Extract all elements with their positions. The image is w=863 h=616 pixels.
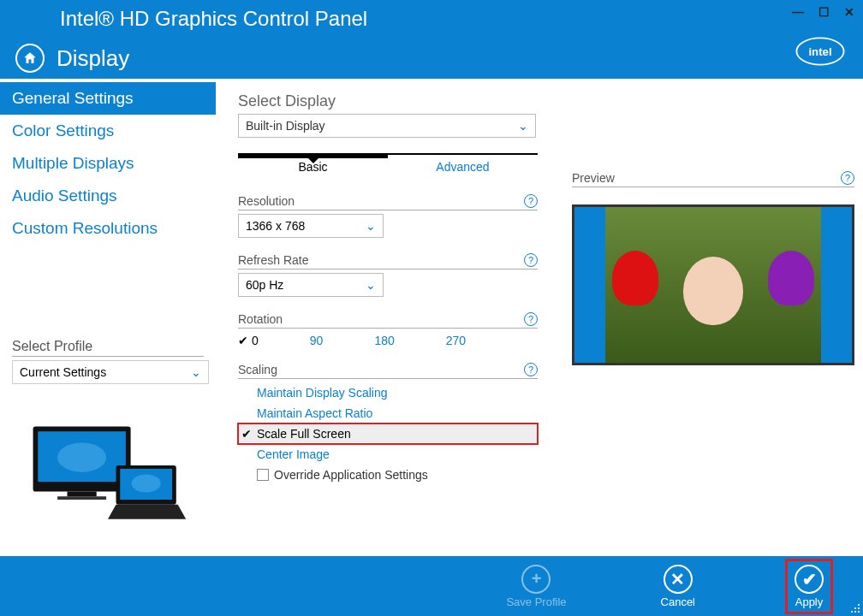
apply-label: Apply [795, 595, 824, 608]
sidebar-item-custom-resolutions[interactable]: Custom Resolutions [0, 212, 216, 245]
display-illustration [0, 418, 216, 528]
rotation-option-180[interactable]: 180 [374, 334, 394, 347]
intel-logo: intel [795, 26, 846, 77]
window-controls: — ☐ ✕ [791, 5, 856, 19]
sidebar-item-audio-settings[interactable]: Audio Settings [0, 180, 216, 212]
close-icon: ✕ [664, 565, 693, 594]
tab-advanced[interactable]: Advanced [388, 155, 538, 179]
plus-icon: + [521, 565, 551, 594]
svg-text:intel: intel [808, 45, 831, 58]
select-profile-label: Select Profile [12, 339, 204, 357]
scaling-label: Scaling [238, 363, 277, 376]
svg-rect-5 [68, 492, 97, 497]
resolution-value: 1366 x 768 [246, 219, 305, 233]
chevron-down-icon: ⌄ [366, 278, 376, 292]
tab-basic[interactable]: Basic [238, 155, 388, 179]
chevron-down-icon: ⌄ [191, 365, 201, 379]
minimize-button[interactable]: — [791, 5, 805, 19]
titlebar: Intel® HD Graphics Control Panel — ☐ ✕ [0, 0, 863, 38]
footer: + Save Profile ✕ Cancel ✔ Apply [0, 556, 863, 616]
window-title: Intel® HD Graphics Control Panel [60, 7, 367, 31]
display-select[interactable]: Built-in Display ⌄ [238, 114, 536, 138]
preview-box [572, 204, 854, 365]
svg-point-4 [57, 443, 106, 472]
profile-select-value: Current Settings [20, 365, 106, 379]
scaling-option-maintain-aspect[interactable]: Maintain Aspect Ratio [238, 403, 538, 424]
home-button[interactable] [15, 44, 45, 73]
maximize-button[interactable]: ☐ [817, 5, 830, 19]
svg-rect-6 [57, 496, 106, 500]
profile-select[interactable]: Current Settings ⌄ [12, 360, 209, 384]
preview-face [683, 257, 743, 325]
preview-label: Preview [572, 171, 615, 185]
resolution-label: Resolution [238, 194, 295, 208]
mode-tabs: Basic Advanced [238, 153, 538, 179]
sidebar-item-multiple-displays[interactable]: Multiple Displays [0, 147, 216, 180]
refresh-label: Refresh Rate [238, 253, 308, 267]
sidebar-item-general-settings[interactable]: General Settings [0, 82, 216, 115]
cancel-button[interactable]: ✕ Cancel [661, 565, 695, 608]
display-select-value: Built-in Display [246, 119, 325, 133]
refresh-select[interactable]: 60p Hz ⌄ [238, 273, 384, 297]
save-profile-button[interactable]: + Save Profile [506, 565, 566, 608]
sidebar-item-color-settings[interactable]: Color Settings [0, 115, 216, 147]
close-button[interactable]: ✕ [842, 5, 856, 19]
chevron-down-icon: ⌄ [518, 119, 528, 133]
content-area: Select Display Built-in Display ⌄ Basic … [216, 79, 863, 556]
rotation-option-0[interactable]: 0 [238, 334, 259, 347]
rotation-option-270[interactable]: 270 [446, 334, 466, 347]
preview-hand-right [768, 251, 814, 305]
preview-image [605, 207, 821, 363]
subheader: Display intel [0, 38, 863, 79]
help-icon[interactable]: ? [524, 253, 538, 267]
preview-hand-left [612, 251, 658, 305]
rotation-option-90[interactable]: 90 [310, 334, 324, 347]
apply-button[interactable]: ✔ Apply [789, 563, 829, 610]
check-icon: ✔ [795, 565, 824, 594]
rotation-label: Rotation [238, 312, 283, 326]
help-icon[interactable]: ? [841, 171, 854, 185]
help-icon[interactable]: ? [524, 194, 538, 208]
chevron-down-icon: ⌄ [366, 219, 376, 233]
resize-grip[interactable] [849, 602, 861, 614]
svg-point-9 [132, 475, 161, 493]
scaling-option-center-image[interactable]: Center Image [238, 444, 538, 465]
help-icon[interactable]: ? [524, 363, 538, 376]
section-title: Display [57, 45, 129, 72]
cancel-label: Cancel [661, 595, 695, 608]
home-icon [22, 50, 38, 66]
save-profile-label: Save Profile [506, 595, 566, 608]
override-label: Override Application Settings [274, 468, 428, 482]
override-checkbox[interactable] [257, 469, 269, 481]
help-icon[interactable]: ? [524, 312, 538, 326]
scaling-option-maintain-display[interactable]: Maintain Display Scaling [238, 382, 538, 403]
scaling-option-scale-full[interactable]: Scale Full Screen [238, 424, 538, 444]
resolution-select[interactable]: 1366 x 768 ⌄ [238, 214, 384, 238]
sidebar: General Settings Color Settings Multiple… [0, 79, 216, 556]
refresh-value: 60p Hz [246, 278, 283, 292]
select-display-label: Select Display [238, 92, 538, 110]
